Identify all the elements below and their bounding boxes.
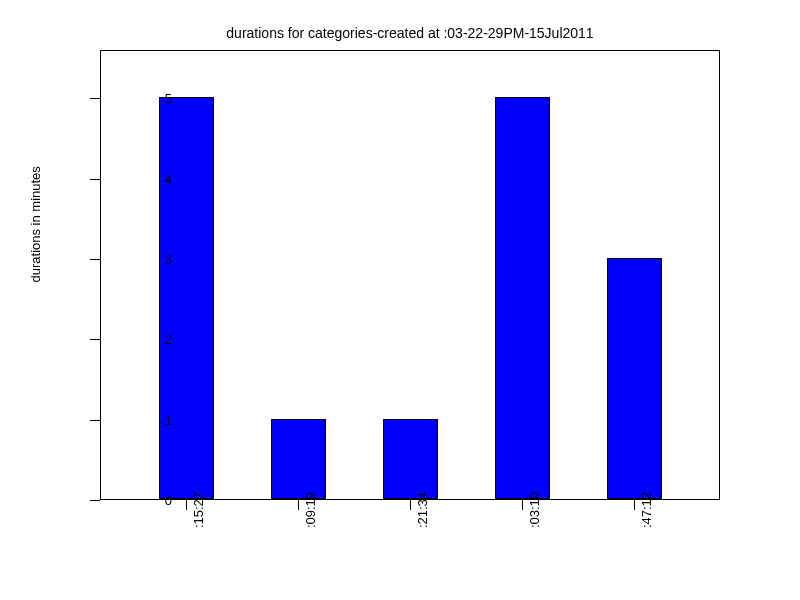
y-tick [90, 500, 100, 501]
y-tick-label: 4 [165, 171, 172, 186]
y-tick [90, 420, 100, 421]
y-tick [90, 339, 100, 340]
bar [159, 97, 214, 499]
y-tick-label: 3 [165, 251, 172, 266]
y-tick-label: 2 [165, 332, 172, 347]
x-tick [298, 500, 299, 510]
y-tick [90, 98, 100, 99]
x-tick-label: :47:12 [639, 492, 654, 528]
bar [271, 419, 326, 499]
x-tick [634, 500, 635, 510]
y-tick-label: 5 [165, 91, 172, 106]
y-tick [90, 259, 100, 260]
x-tick-label: :09:19 [303, 492, 318, 528]
y-axis-label: durations in minutes [28, 166, 43, 282]
y-tick-label: 1 [165, 412, 172, 427]
chart-container [100, 50, 720, 500]
y-tick [90, 179, 100, 180]
y-tick-label: 0 [165, 493, 172, 508]
bar [383, 419, 438, 499]
x-tick [522, 500, 523, 510]
x-tick [410, 500, 411, 510]
bar [607, 258, 662, 499]
x-tick-label: :21:34 [415, 492, 430, 528]
bar [495, 97, 550, 499]
x-tick-label: :03:10 [527, 492, 542, 528]
x-tick-label: :15:27 [191, 492, 206, 528]
chart-title: durations for categories-created at :03-… [100, 25, 720, 41]
x-tick [186, 500, 187, 510]
